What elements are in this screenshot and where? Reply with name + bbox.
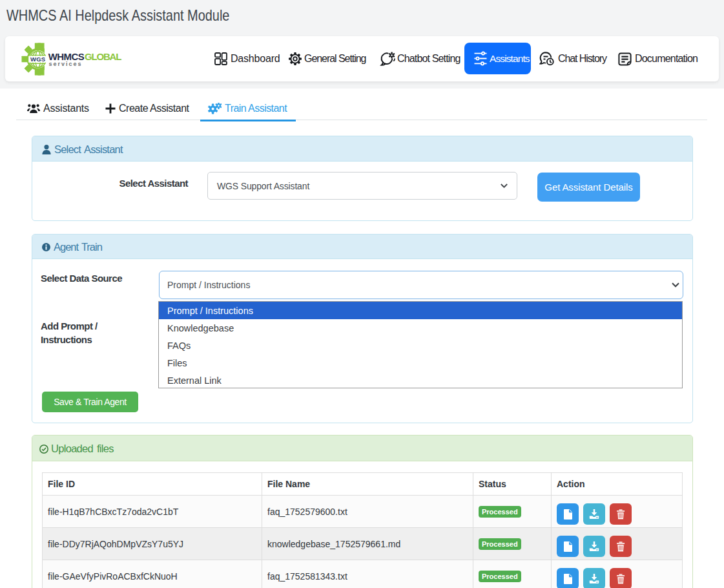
svg-text:GLOBAL: GLOBAL <box>85 51 121 62</box>
svg-text:services: services <box>49 61 83 67</box>
svg-text:WGS: WGS <box>30 56 45 63</box>
